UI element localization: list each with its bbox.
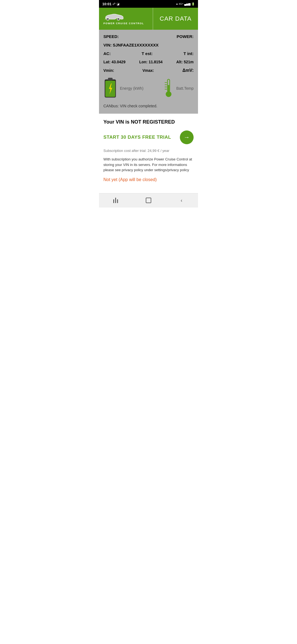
power-label: POWER: <box>177 34 194 39</box>
lat-value: 43.0429 <box>112 60 126 64</box>
vmin-label: Vmin: <box>103 68 114 73</box>
lat-label: Lat: <box>103 60 111 64</box>
cast-icon: ◪ <box>117 2 119 6</box>
speed-display: SPEED: <box>103 34 119 39</box>
ac-label: AC: <box>103 51 111 56</box>
batt-temp-gauge: Batt.Temp <box>164 78 194 99</box>
subscription-info-text: With subscription you authorize Power Cr… <box>103 157 194 173</box>
vin-label: VIN: <box>103 43 112 47</box>
trial-arrow-button[interactable]: → <box>180 130 194 144</box>
alt-value: 521m <box>184 60 194 64</box>
menu-line-3 <box>117 199 118 203</box>
menu-line-1 <box>113 199 114 203</box>
app-name-label: POWER CRUISE CONTROL <box>103 22 144 25</box>
nav-home-button[interactable] <box>140 195 157 206</box>
coords-row: Lat: 43.0429 Lon: 11.8154 Alt: 521m <box>103 60 194 64</box>
location-icon: ● <box>176 2 178 6</box>
gauges-row: Energy (kWh) Batt.Temp <box>103 77 194 99</box>
thermometer-icon <box>164 78 174 99</box>
delta-mv-display: ΔmV: <box>182 68 194 73</box>
app-header: POWER CRUISE CONTROL CAR DATA <box>99 8 198 30</box>
status-bar-right: ● 4G+ ▄▅▆ 🔋 <box>176 2 195 6</box>
t-int-display: T int: <box>183 51 194 56</box>
arrow-icon: → <box>184 134 190 141</box>
speed-power-row: SPEED: POWER: <box>103 34 194 39</box>
lon-label: Lon: <box>139 60 147 64</box>
t-est-display: T est: <box>142 51 153 56</box>
status-time: 10:01 <box>102 2 111 6</box>
t-int-label: T int: <box>183 51 194 56</box>
vmin-display: Vmin: <box>103 68 114 73</box>
network-label: 4G+ <box>179 2 183 5</box>
signal-icon: ▄▅▆ <box>184 2 191 6</box>
vin-value: SJNFAAZE1XXXXXXXX <box>113 43 159 47</box>
back-icon: ‹ <box>181 198 182 203</box>
status-bar-left: 10:01 ☍ ◪ <box>102 2 119 6</box>
speed-label: SPEED: <box>103 34 119 39</box>
alt-label: Alt: <box>176 60 183 64</box>
lat-display: Lat: 43.0429 <box>103 60 125 64</box>
canbus-status: CANbus: VIN check completed. <box>103 104 194 108</box>
battery-status-icon: 🔋 <box>191 2 195 6</box>
nav-menu-button[interactable] <box>107 195 124 206</box>
home-icon <box>146 198 151 203</box>
status-bar: 10:01 ☍ ◪ ● 4G+ ▄▅▆ 🔋 <box>99 0 198 8</box>
lon-value: 11.8154 <box>148 60 163 64</box>
trial-row: START 30 DAYS FREE TRIAL → <box>103 130 194 144</box>
car-data-section: SPEED: POWER: VIN: SJNFAAZE1XXXXXXXX AC:… <box>99 30 198 114</box>
vmax-display: Vmax: <box>142 68 154 73</box>
svg-rect-5 <box>108 78 112 80</box>
nav-back-button[interactable]: ‹ <box>173 195 190 206</box>
subscription-cost-text: Subscription cost after trial: 24,99 € /… <box>103 149 194 153</box>
not-registered-heading: Your VIN is NOT REGISTERED <box>103 119 194 125</box>
menu-icon <box>113 198 118 203</box>
svg-point-2 <box>107 18 109 20</box>
vin-row: VIN: SJNFAAZE1XXXXXXXX <box>103 43 194 47</box>
vmax-label: Vmax: <box>142 68 154 73</box>
temp-row: AC: T est: T int: <box>103 51 194 56</box>
alt-display: Alt: 521m <box>176 60 194 64</box>
power-display: POWER: <box>177 34 194 39</box>
car-silhouette-icon <box>103 13 125 21</box>
menu-line-2 <box>115 198 116 203</box>
energy-gauge: Energy (kWh) <box>103 77 144 99</box>
page-title: CAR DATA <box>153 8 198 30</box>
msg-icon: ☍ <box>112 2 116 6</box>
voltage-row: Vmin: Vmax: ΔmV: <box>103 68 194 73</box>
subscription-section: Your VIN is NOT REGISTERED START 30 DAYS… <box>99 114 198 193</box>
delta-mv-label: ΔmV: <box>182 68 194 73</box>
batt-temp-label: Batt.Temp <box>176 86 194 91</box>
t-est-label: T est: <box>142 51 153 56</box>
svg-point-3 <box>118 18 119 20</box>
canbus-text: CANbus: VIN check completed. <box>103 104 157 108</box>
header-logo: POWER CRUISE CONTROL <box>99 8 153 30</box>
not-yet-button[interactable]: Not yet (App will be closed) <box>103 177 194 182</box>
battery-gauge-icon <box>103 77 117 99</box>
ac-display: AC: <box>103 51 111 56</box>
svg-rect-10 <box>168 85 169 92</box>
lon-display: Lon: 11.8154 <box>139 60 163 64</box>
bottom-navigation: ‹ <box>99 193 198 208</box>
trial-label: START 30 DAYS FREE TRIAL <box>103 135 171 140</box>
energy-label: Energy (kWh) <box>120 86 144 91</box>
